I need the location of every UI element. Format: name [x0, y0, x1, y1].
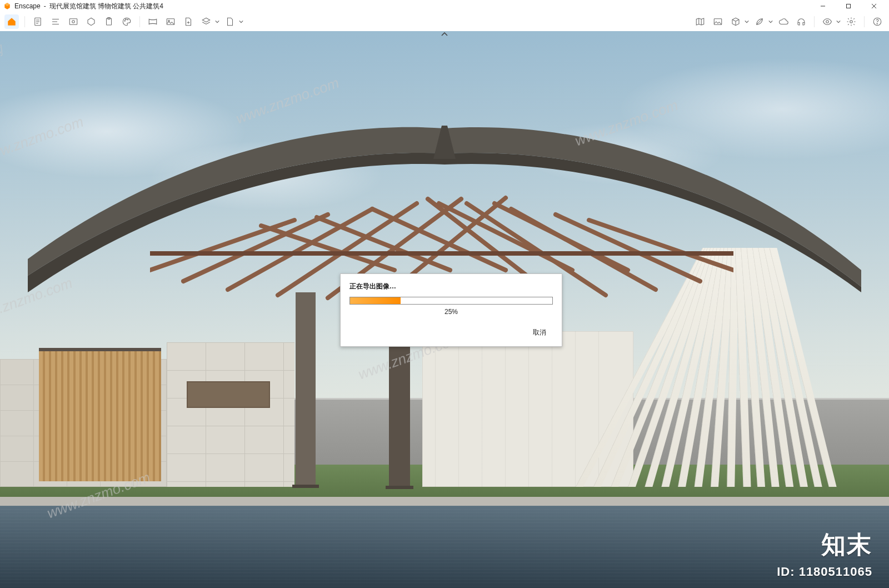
picture-icon[interactable] [163, 14, 178, 29]
separator [814, 16, 815, 27]
water [0, 506, 889, 588]
progress-text: 25% [349, 308, 553, 316]
app-name: Enscape [14, 2, 41, 10]
hexagon-icon[interactable] [84, 14, 98, 29]
svg-rect-1 [847, 4, 851, 8]
toolbar-left [4, 14, 243, 29]
app-logo-icon [3, 2, 11, 10]
headset-icon[interactable] [794, 14, 808, 29]
chevron-down-icon[interactable] [745, 14, 749, 29]
palette-icon[interactable] [119, 14, 134, 29]
file-add-icon[interactable] [181, 14, 196, 29]
chevron-down-icon[interactable] [215, 14, 219, 29]
leaf-icon[interactable] [752, 14, 767, 29]
svg-point-17 [127, 19, 128, 20]
cloud-sync-icon[interactable] [776, 14, 791, 29]
toolbar-right [693, 14, 885, 29]
svg-point-12 [72, 20, 75, 23]
chevron-down-icon[interactable] [768, 14, 773, 29]
sign-plate [187, 381, 270, 408]
svg-rect-11 [69, 18, 77, 24]
title-separator: - [44, 2, 46, 10]
title-bar-left: Enscape - 现代展览馆建筑 博物馆建筑 公共建筑4 [3, 2, 163, 11]
minimize-button[interactable] [810, 0, 836, 12]
document-title: 现代展览馆建筑 博物馆建筑 公共建筑4 [49, 2, 163, 11]
title-bar: Enscape - 现代展览馆建筑 博物馆建筑 公共建筑4 [0, 0, 889, 12]
window-controls [810, 0, 887, 12]
render-viewport[interactable]: www.znzmo.com www.znzmo.com www.znzmo.co… [0, 31, 889, 588]
brand-mark: 知末 [821, 529, 872, 561]
pillar-left [296, 292, 316, 485]
separator [864, 16, 865, 27]
document-icon[interactable] [31, 14, 45, 29]
progress-bar [349, 297, 553, 305]
panorama-icon[interactable] [146, 14, 160, 29]
toolbar [0, 12, 889, 31]
chevron-down-icon[interactable] [239, 14, 243, 29]
svg-point-27 [850, 20, 853, 23]
svg-point-15 [124, 20, 126, 21]
back-building [422, 331, 633, 487]
image-icon[interactable] [711, 14, 725, 29]
file-icon[interactable] [223, 14, 237, 29]
layers-icon[interactable] [199, 14, 213, 29]
svg-point-29 [877, 23, 877, 24]
eye-icon[interactable] [820, 14, 835, 29]
map-icon[interactable] [693, 14, 707, 29]
sign-wall [167, 342, 294, 487]
pool-edge [0, 497, 889, 506]
gear-icon[interactable] [844, 14, 858, 29]
dialog-title: 正在导出图像… [349, 282, 553, 291]
cube-icon[interactable] [728, 14, 743, 29]
roof [28, 126, 861, 292]
close-button[interactable] [861, 0, 887, 12]
separator [139, 16, 140, 27]
align-icon[interactable] [48, 14, 63, 29]
progress-fill [350, 297, 401, 304]
maximize-button[interactable] [836, 0, 861, 12]
brand-id: ID: 1180511065 [777, 565, 872, 579]
clipboard-icon[interactable] [102, 14, 116, 29]
wood-slat-panel [39, 348, 161, 481]
svg-point-26 [826, 20, 829, 23]
home-icon[interactable] [4, 14, 19, 29]
help-icon[interactable] [870, 14, 885, 29]
chevron-down-icon[interactable] [836, 14, 841, 29]
collapse-handle[interactable] [437, 31, 452, 38]
cancel-button[interactable]: 取消 [525, 326, 554, 340]
image-export-icon[interactable] [66, 14, 81, 29]
separator [24, 16, 25, 27]
svg-point-16 [126, 19, 127, 20]
export-progress-dialog: 正在导出图像… 25% 取消 [340, 273, 562, 347]
